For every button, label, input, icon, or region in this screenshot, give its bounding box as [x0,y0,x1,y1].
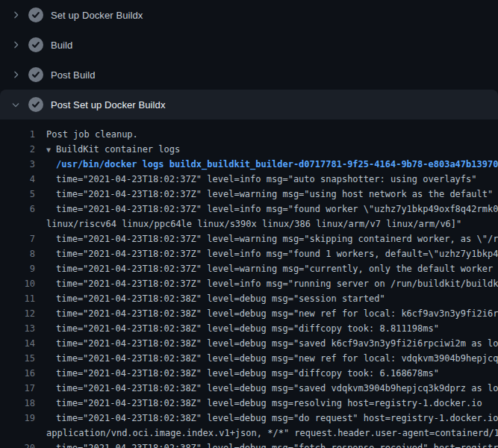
log-line: 14time="2021-04-23T18:02:38Z" level=debu… [0,336,498,351]
log-text: time="2021-04-23T18:02:37Z" level=warnin… [35,231,498,246]
step-row[interactable]: Build [0,30,498,60]
line-number[interactable]: 11 [0,291,35,306]
line-number[interactable]: 13 [0,321,35,336]
log-line: 15time="2021-04-23T18:02:38Z" level=debu… [0,351,498,366]
steps-list: Set up Docker BuildxBuildPost BuildPost … [0,0,498,119]
check-circle-icon [28,7,43,22]
line-number[interactable]: 9 [0,261,35,276]
line-number[interactable]: 3 [0,157,35,172]
chevron-right-icon [10,69,22,81]
line-number[interactable]: 4 [0,172,35,187]
line-number[interactable]: 1 [0,127,35,142]
chevron-down-icon [10,99,22,111]
log-line: 10time="2021-04-23T18:02:37Z" level=info… [0,276,498,291]
log-text: time="2021-04-23T18:02:38Z" level=debug … [35,381,498,396]
check-circle-icon [28,37,43,52]
log-line-continuation: application/vnd.oci.image.index.v1+json,… [0,426,498,441]
line-number[interactable]: 17 [0,381,35,396]
line-number[interactable]: 8 [0,246,35,261]
log-text: time="2021-04-23T18:02:38Z" level=debug … [35,321,439,336]
log-line: 17time="2021-04-23T18:02:38Z" level=debu… [0,381,498,396]
log-text: time="2021-04-23T18:02:37Z" level=info m… [35,172,477,187]
log-line: 5time="2021-04-23T18:02:37Z" level=warni… [0,187,498,202]
step-row[interactable]: Post Set up Docker Buildx [0,90,498,119]
step-label: Post Set up Docker Buildx [51,99,166,111]
log-line: 20time="2021-04-23T18:02:38Z" level=debu… [0,441,498,448]
check-circle-icon [28,97,43,112]
line-number [0,217,35,231]
log-text: application/vnd.oci.image.index.v1+json,… [35,426,498,441]
line-number [0,426,35,441]
line-number[interactable]: 16 [0,366,35,381]
log-text: time="2021-04-23T18:02:38Z" level=debug … [35,396,482,411]
log-text: time="2021-04-23T18:02:38Z" level=debug … [35,291,385,306]
chevron-right-icon [10,39,22,51]
log-line: 18time="2021-04-23T18:02:38Z" level=debu… [0,396,498,411]
log-line: 2▼BuildKit container logs [0,142,498,157]
step-row[interactable]: Set up Docker Buildx [0,0,498,30]
log-line: 13time="2021-04-23T18:02:38Z" level=debu… [0,321,498,336]
log-line: 8time="2021-04-23T18:02:37Z" level=info … [0,246,498,261]
log-line: 4time="2021-04-23T18:02:37Z" level=info … [0,172,498,187]
step-row[interactable]: Post Build [0,60,498,90]
log-line: 9time="2021-04-23T18:02:37Z" level=warni… [0,261,498,276]
log-line-continuation: linux/riscv64 linux/ppc64le linux/s390x … [0,217,498,231]
log-text: time="2021-04-23T18:02:38Z" level=debug … [35,441,498,448]
line-number[interactable]: 19 [0,411,35,426]
line-number[interactable]: 7 [0,231,35,246]
line-number[interactable]: 20 [0,441,35,448]
step-label: Post Build [51,69,96,81]
log-text: time="2021-04-23T18:02:37Z" level=info m… [35,202,498,217]
log-line: 11time="2021-04-23T18:02:38Z" level=debu… [0,291,498,306]
line-number[interactable]: 6 [0,202,35,217]
line-number[interactable]: 14 [0,336,35,351]
line-number[interactable]: 15 [0,351,35,366]
log-line: 6time="2021-04-23T18:02:37Z" level=info … [0,202,498,217]
line-number[interactable]: 2 [0,142,35,157]
log-line: 16time="2021-04-23T18:02:38Z" level=debu… [0,366,498,381]
log-text: time="2021-04-23T18:02:38Z" level=debug … [35,336,498,351]
step-label: Set up Docker Buildx [51,10,143,21]
log-text: time="2021-04-23T18:02:38Z" level=debug … [35,411,498,426]
log-text: time="2021-04-23T18:02:38Z" level=debug … [35,366,439,381]
log-line: 12time="2021-04-23T18:02:38Z" level=debu… [0,306,498,321]
chevron-right-icon [10,9,22,21]
log-text: time="2021-04-23T18:02:38Z" level=debug … [35,306,498,321]
line-number[interactable]: 10 [0,276,35,291]
log-group-header: ▼BuildKit container logs [35,142,180,157]
line-number[interactable]: 18 [0,396,35,411]
group-collapse-toggle-icon[interactable]: ▼ [46,146,51,154]
log-line: 3/usr/bin/docker logs buildx_buildkit_bu… [0,157,498,172]
step-label: Build [51,40,72,51]
log-text: time="2021-04-23T18:02:37Z" level=warnin… [35,261,498,276]
log-console: 1Post job cleanup.2▼BuildKit container l… [0,119,498,448]
command-text: /usr/bin/docker logs buildx_buildkit_bui… [35,157,498,172]
group-title[interactable]: BuildKit container logs [56,144,180,155]
line-number[interactable]: 12 [0,306,35,321]
log-text: Post job cleanup. [35,127,138,142]
log-line: 1Post job cleanup. [0,127,498,142]
log-line: 7time="2021-04-23T18:02:37Z" level=warni… [0,231,498,246]
log-text: linux/riscv64 linux/ppc64le linux/s390x … [35,217,461,231]
log-line: 19time="2021-04-23T18:02:38Z" level=debu… [0,411,498,426]
check-circle-icon [28,67,43,82]
log-text: time="2021-04-23T18:02:37Z" level=info m… [35,276,498,291]
log-text: time="2021-04-23T18:02:37Z" level=info m… [35,246,498,261]
log-text: time="2021-04-23T18:02:37Z" level=warnin… [35,187,493,202]
line-number[interactable]: 5 [0,187,35,202]
log-text: time="2021-04-23T18:02:38Z" level=debug … [35,351,498,366]
